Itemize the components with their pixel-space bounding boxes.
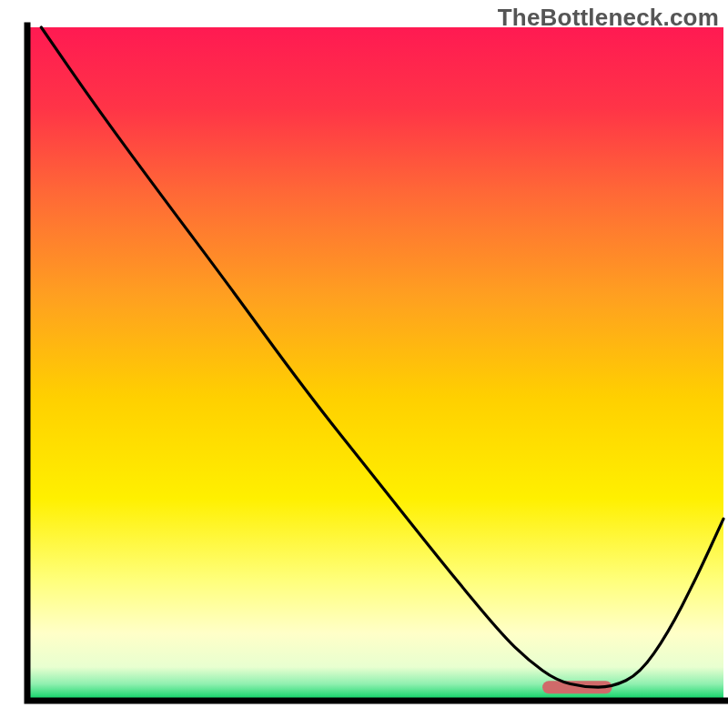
heat-gradient <box>27 27 723 701</box>
watermark-label: TheBottleneck.com <box>498 4 719 32</box>
chart-container: TheBottleneck.com <box>0 0 728 728</box>
bottleneck-chart <box>0 0 728 728</box>
